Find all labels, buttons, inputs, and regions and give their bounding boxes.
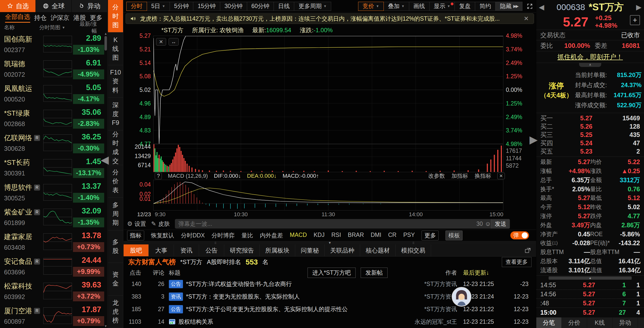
skin-button[interactable]: ✎ 皮肤 — [151, 220, 170, 228]
stock-list-item[interactable]: *ST绿康00286835.06-2.83% — [0, 106, 104, 130]
scrollbar-thumb[interactable] — [104, 36, 107, 51]
view-tab-F10资料[interactable]: F10资料 — [108, 65, 123, 98]
stock-list-item[interactable]: 国创高新0023772.89-1.03% — [0, 32, 104, 56]
stock-list-item[interactable]: 凯瑞德0020726.91-4.95% — [0, 56, 104, 81]
forum-tab[interactable]: 关联品种 — [325, 244, 360, 256]
header-updated-sort[interactable]: 最后更新↓ — [463, 269, 506, 277]
smiley-icon[interactable]: ☺ — [485, 220, 491, 227]
next-stock-icon[interactable]: ▶ — [636, 3, 641, 11]
period-button[interactable]: 日线 — [274, 2, 294, 11]
forum-tab[interactable]: 大事 — [149, 244, 174, 256]
tool-button[interactable]: 隐藏▶▶ — [495, 2, 522, 11]
macd-chart[interactable] — [153, 180, 503, 210]
post-title-text[interactable]: *ST万方：变更为无控股股东、无实际控制人 — [186, 293, 300, 301]
indicator-item[interactable]: 分时博弈 — [212, 232, 235, 239]
tool-button[interactable]: 叠加▼ — [384, 2, 409, 11]
stock-list-item[interactable]: 亿联网络R30062836.25-0.30% — [0, 130, 104, 155]
forum-tab[interactable]: 公告 — [199, 244, 224, 256]
danmu-input[interactable] — [178, 221, 474, 227]
tool-button[interactable]: 画线 — [409, 2, 430, 11]
indicator-item[interactable]: 内外盘差 — [260, 232, 283, 239]
watchlist-scrollbar[interactable]: ▲ ▼ — [104, 32, 107, 328]
post-row[interactable]: 110314股权结构关系永远的冠军_st王12-23 21:2512-23 — [124, 315, 536, 328]
collapse-bar[interactable]: ▲ — [536, 276, 644, 280]
collapse-right-panel-handle[interactable]: ▶ — [529, 133, 538, 146]
post-row[interactable]: 3833资讯*ST万方：变更为无控股股东、无实际控制人*ST万方资讯12-23 … — [124, 290, 536, 303]
indicator-item[interactable]: MACD — [290, 232, 307, 239]
view-tab-分价表[interactable]: 分价表 — [108, 165, 123, 198]
forum-tab[interactable]: 模拟交易 — [396, 244, 431, 256]
indicator-item[interactable]: PSY — [403, 232, 415, 239]
drag-horizontal-icon[interactable]: ↔ — [169, 38, 179, 46]
tool-button[interactable]: 竞价▼ — [358, 2, 384, 11]
industry-label[interactable]: 所属行业: 农牧饲渔 — [192, 26, 244, 34]
post-row[interactable]: 18527公告*ST万方:关于公司变更为无控股股东、无实际控制人的提示性公*ST… — [124, 303, 536, 315]
post-title-text[interactable]: *ST万方:关于公司变更为无控股股东、无实际控制人的提示性公 — [186, 305, 348, 313]
period-button[interactable]: 5分钟 — [170, 2, 194, 11]
column-chart-sort[interactable]: 分时简图 ▼ — [39, 24, 77, 31]
add-to-watchlist-button[interactable]: + — [630, 15, 640, 25]
view-tab-资金[interactable]: 资金 — [108, 263, 123, 295]
post-author[interactable]: *ST万方资讯 — [403, 280, 463, 288]
tick-tab[interactable]: 异动 — [613, 317, 638, 328]
view-tab-深度F9[interactable]: 深度F9 — [108, 98, 123, 130]
enter-forum-button[interactable]: 进入*ST万方吧 — [308, 268, 356, 278]
watchlist-tab[interactable]: 自选 — [0, 0, 36, 12]
forum-tab[interactable]: 所属板块 — [260, 244, 295, 256]
watchlist-tab[interactable]: 全球 — [36, 0, 71, 12]
volume-chart[interactable] — [153, 144, 503, 172]
forum-tab[interactable]: 问董秘 — [295, 244, 325, 256]
popup-window-icon[interactable] — [524, 247, 531, 254]
indicator-item[interactable]: 量比 — [242, 232, 253, 239]
period-button[interactable]: 30分钟 — [220, 2, 247, 11]
crosshair-close-icon[interactable]: ✕ — [156, 38, 166, 46]
forum-tab[interactable]: 资讯 — [174, 244, 199, 256]
indicator-item[interactable]: RSI — [331, 232, 341, 239]
close-icon[interactable]: ✕ — [523, 15, 530, 22]
indicator-item[interactable]: CR — [388, 232, 396, 239]
reset-default-button[interactable]: 恢复默认 — [151, 232, 174, 239]
tool-button[interactable]: 显示▼ — [429, 2, 455, 11]
danmu-toggle[interactable]: 弹 — [510, 231, 529, 239]
forum-tab[interactable]: 核心题材 — [360, 244, 396, 256]
view-tab-分时图[interactable]: 分时图 — [108, 0, 123, 32]
post-author[interactable]: *ST万方资讯 — [403, 305, 463, 313]
pane-resize-divider[interactable]: ⠿ ▼ ⠿ — [124, 241, 536, 244]
template-button[interactable]: 模板 — [445, 231, 463, 240]
indicator-item[interactable]: 分时DDX — [181, 232, 205, 239]
stock-list-item[interactable]: 厦门空港R60089717.87+0.79% — [0, 303, 104, 328]
watchlist-subtab[interactable]: 沪深京 — [51, 14, 69, 22]
period-button[interactable]: 15分钟 — [193, 2, 220, 11]
scroll-down-icon[interactable]: ▼ — [104, 324, 107, 328]
more-indicators-button[interactable]: 更多 — [422, 231, 439, 240]
settings-button[interactable]: ⚙ 设置 — [127, 220, 146, 228]
view-tab-K线图[interactable]: K线图 — [108, 32, 123, 65]
forum-tab[interactable]: 股吧 — [124, 244, 149, 256]
tick-tab[interactable]: 分价 — [562, 317, 587, 328]
watchlist-subtab[interactable]: 全部自选 — [5, 13, 30, 23]
period-button[interactable]: 5日▼ — [147, 2, 170, 11]
stock-list-item[interactable]: 安记食品R60369624.44+9.99% — [0, 254, 104, 279]
collapse-notch[interactable]: ∧ — [536, 63, 644, 67]
tick-tab[interactable]: 分笔 — [536, 317, 562, 328]
help-icon[interactable]: ? — [155, 173, 162, 179]
period-button[interactable]: 更多周期▼ — [294, 2, 331, 11]
indicator-item[interactable]: BRAR — [348, 232, 364, 239]
macd-action-button[interactable]: 换指标 — [475, 172, 491, 180]
stock-list-item[interactable]: 博思软件R30052513.37-1.40% — [0, 180, 104, 204]
stock-list-item[interactable]: 凤凰航运0005205.05-4.17% — [0, 81, 104, 106]
macd-action-button[interactable]: 改参数 — [428, 172, 445, 180]
tool-button[interactable]: 简约 — [475, 2, 496, 11]
indicator-item[interactable]: DMI — [371, 232, 381, 239]
post-row[interactable]: 14026公告*ST万方:详式权益变动报告书-九台农商行*ST万方资讯12-23… — [124, 278, 536, 290]
stock-list-item[interactable]: 紫金矿业R60189932.09-1.35% — [0, 205, 104, 229]
post-title-text[interactable]: *ST万方:详式权益变动报告书-九台农商行 — [186, 280, 292, 288]
avatar[interactable] — [452, 287, 471, 307]
watchlist-subtab[interactable]: 持仓 — [34, 14, 47, 22]
new-post-button[interactable]: 发新帖 — [361, 268, 388, 278]
stock-list-item[interactable]: 松霖科技60399239.63+3.72% — [0, 279, 104, 303]
stock-list-item[interactable]: *ST长药3003911.45-13.17% — [0, 155, 104, 180]
fullscreen-icon[interactable] — [526, 3, 533, 10]
period-button[interactable]: 60分钟 — [247, 2, 274, 11]
news-ticker[interactable]: 龙虎榜：买入总额1142万元，卖出总额2730万元，上榜原因：连续三个交易日内，… — [126, 13, 534, 24]
